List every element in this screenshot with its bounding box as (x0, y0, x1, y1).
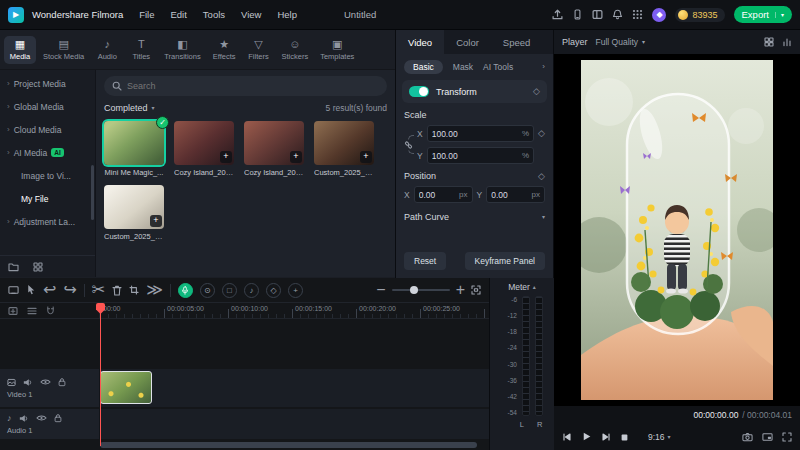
speed-ramp-icon[interactable]: ≫ (146, 282, 163, 298)
keyframe-panel-button[interactable]: Keyframe Panel (465, 252, 545, 270)
next-frame-button[interactable] (601, 432, 611, 442)
menu-help[interactable]: Help (277, 9, 297, 20)
keyframe-icon[interactable]: ◇ (266, 283, 281, 298)
split-scissors-icon[interactable]: ✂ (92, 282, 105, 298)
tab-color[interactable]: Color (444, 30, 491, 54)
sidebar-item-my-file[interactable]: My File (0, 187, 95, 210)
delete-icon[interactable] (112, 285, 122, 296)
menu-file[interactable]: File (139, 9, 154, 20)
media-item[interactable]: ✓ Mini Me Magic_... (104, 121, 164, 177)
tab-filters[interactable]: ▽Filters (242, 36, 274, 64)
stop-button[interactable] (620, 428, 629, 446)
previous-frame-button[interactable] (562, 432, 572, 442)
sidebar-item-adjustment-layer[interactable]: ›Adjustment La... (0, 210, 95, 233)
menu-tools[interactable]: Tools (203, 9, 225, 20)
media-preview-icon[interactable] (8, 285, 19, 295)
membership-icon[interactable]: ◆ (652, 8, 666, 22)
fit-timeline-icon[interactable] (471, 285, 481, 295)
add-to-timeline-icon[interactable]: + (290, 151, 302, 163)
chevron-down-icon[interactable]: ▾ (152, 105, 155, 111)
subtab-mask[interactable]: Mask (453, 62, 473, 72)
lock-icon[interactable] (54, 413, 62, 423)
position-y-field[interactable]: px (486, 186, 545, 203)
media-item[interactable]: + Custom_2025_0... (104, 185, 164, 241)
snapshot-camera-icon[interactable] (742, 432, 753, 442)
scale-y-input[interactable] (432, 151, 519, 161)
playhead[interactable] (100, 304, 101, 446)
sidebar-item-cloud-media[interactable]: ›Cloud Media (0, 118, 95, 141)
notification-bell-icon[interactable] (612, 9, 623, 20)
tab-effects[interactable]: ★Effects (208, 36, 241, 64)
zoom-in-icon[interactable]: + (456, 282, 465, 298)
export-button[interactable]: Export▾ (734, 6, 792, 23)
redo-icon[interactable]: ↪ (63, 282, 76, 298)
pip-monitor-icon[interactable] (762, 432, 773, 442)
audio-track-lane[interactable] (100, 409, 489, 439)
chevron-right-icon[interactable]: › (542, 63, 545, 71)
marker-icon[interactable]: + (288, 283, 303, 298)
apps-grid-icon[interactable] (632, 9, 643, 20)
fullscreen-icon[interactable] (782, 432, 792, 442)
upload-icon[interactable] (552, 9, 563, 20)
chevron-down-icon[interactable]: ▾ (542, 214, 545, 220)
quality-dropdown[interactable]: Full Quality▾ (596, 37, 646, 47)
media-item[interactable]: + Cozy Island_202... (244, 121, 304, 177)
zoom-slider[interactable] (392, 289, 450, 291)
scopes-icon[interactable] (782, 37, 792, 47)
chevron-up-icon[interactable]: ▴ (533, 284, 536, 290)
scale-x-field[interactable]: % (427, 125, 534, 142)
hide-eye-icon[interactable] (40, 378, 51, 386)
sidebar-item-image-to-video[interactable]: Image to Vi... (0, 164, 95, 187)
view-layout-icon[interactable] (764, 37, 774, 47)
track-manage-icon[interactable] (27, 306, 37, 316)
record-voiceover-icon[interactable] (178, 283, 193, 298)
collection-grid-icon[interactable] (33, 262, 43, 272)
keyframe-diamond-icon[interactable]: ◇ (538, 129, 545, 138)
tab-stickers[interactable]: ☺Stickers (276, 36, 313, 64)
lock-icon[interactable] (58, 377, 66, 387)
keyframe-diamond-icon[interactable]: ◇ (533, 87, 540, 96)
tab-media[interactable]: ▦Media (4, 36, 36, 64)
pointer-tool-icon[interactable] (26, 281, 36, 299)
media-thumbnail[interactable]: + (314, 121, 374, 165)
tab-templates[interactable]: ▣Templates (315, 36, 359, 64)
tab-titles[interactable]: TTitles (125, 36, 157, 64)
menu-edit[interactable]: Edit (170, 9, 186, 20)
subtab-basic[interactable]: Basic (404, 60, 443, 74)
reset-button[interactable]: Reset (404, 252, 446, 270)
position-x-input[interactable] (419, 190, 456, 200)
crop-icon[interactable] (129, 285, 139, 295)
mute-speaker-icon[interactable] (23, 378, 33, 387)
aspect-ratio-dropdown[interactable]: 9:16▾ (648, 432, 671, 442)
add-to-timeline-icon[interactable]: + (360, 151, 372, 163)
filter-dropdown[interactable]: Completed (104, 103, 148, 113)
link-icon[interactable] (404, 139, 413, 150)
add-to-timeline-icon[interactable]: + (150, 215, 162, 227)
zoom-slider-knob[interactable] (410, 286, 418, 294)
media-item[interactable]: + Custom_2025_0... (314, 121, 374, 177)
play-button[interactable] (581, 428, 592, 446)
video-track-lane[interactable] (100, 369, 489, 407)
add-to-timeline-icon[interactable]: + (220, 151, 232, 163)
media-thumbnail-selected[interactable]: ✓ (104, 121, 164, 165)
search-input[interactable] (127, 81, 379, 91)
position-y-input[interactable] (491, 190, 528, 200)
path-curve-section[interactable]: Path Curve ▾ (396, 203, 553, 222)
keyframe-diamond-icon[interactable]: ◇ (538, 172, 545, 181)
chevron-down-icon[interactable]: ▾ (775, 12, 784, 18)
zoom-out-icon[interactable]: − (376, 282, 385, 298)
sidebar-item-ai-media[interactable]: ›AI MediaAI (0, 141, 95, 164)
coins-balance[interactable]: 83935 (675, 8, 724, 22)
sidebar-scrollbar[interactable] (91, 165, 94, 220)
snap-magnet-icon[interactable] (46, 306, 55, 316)
media-thumbnail[interactable]: + (174, 121, 234, 165)
tab-video[interactable]: Video (396, 30, 444, 54)
hide-eye-icon[interactable] (36, 414, 47, 422)
timeline-horizontal-scrollbar[interactable] (100, 442, 477, 448)
import-folder-icon[interactable] (8, 262, 19, 272)
timeline-ruler[interactable]: 00:00 00:00:05:00 00:00:10:00 00:00:15:0… (100, 303, 489, 318)
mute-speaker-icon[interactable] (19, 414, 29, 423)
media-thumbnail[interactable]: + (244, 121, 304, 165)
tab-audio[interactable]: ♪Audio (91, 36, 123, 64)
tab-speed[interactable]: Speed (491, 30, 542, 54)
